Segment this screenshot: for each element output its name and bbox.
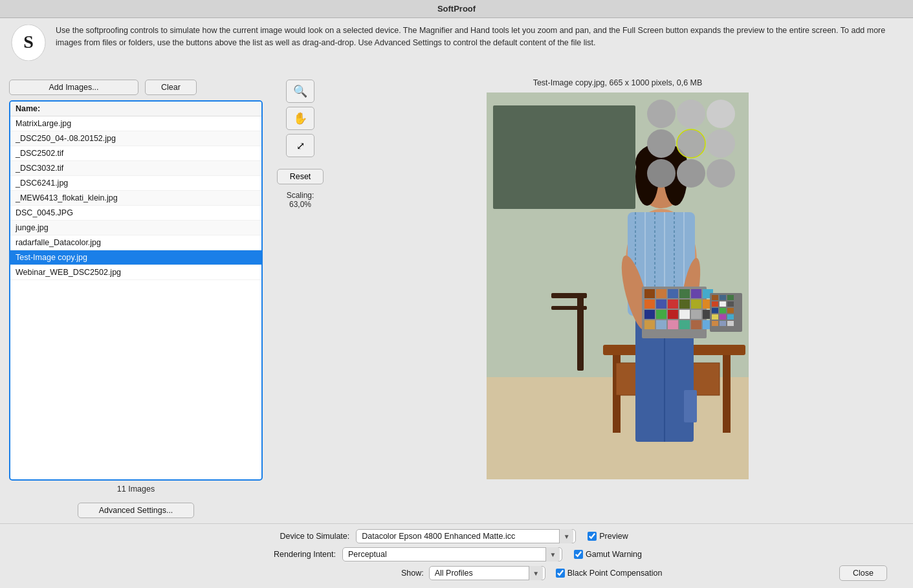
- rendering-label: Rendering Intent:: [258, 550, 336, 559]
- add-images-button[interactable]: Add Images...: [9, 80, 138, 95]
- bottom-bar: Device to Simulate: Datacolor Epson 4800…: [0, 523, 913, 588]
- svg-rect-32: [644, 289, 655, 298]
- black-point-label[interactable]: Black Point Compensation: [567, 569, 663, 578]
- svg-rect-70: [720, 321, 726, 326]
- list-item[interactable]: junge.jpg: [10, 221, 261, 235]
- gamut-checkbox-group: Gamut Warning: [574, 550, 642, 559]
- svg-rect-60: [712, 301, 718, 307]
- app-logo: S: [10, 25, 47, 63]
- svg-point-75: [647, 129, 676, 158]
- svg-rect-61: [720, 301, 726, 307]
- svg-rect-51: [656, 320, 666, 329]
- svg-rect-54: [691, 320, 701, 329]
- advanced-settings-button[interactable]: Advanced Settings...: [78, 503, 194, 518]
- file-list-header: Name:: [10, 102, 261, 116]
- device-select[interactable]: Datacolor Epson 4800 Enhanced Matte.icc: [356, 529, 576, 543]
- list-item[interactable]: _DSC2502.tif: [10, 146, 261, 161]
- svg-point-78: [647, 159, 676, 188]
- header-description: Use the softproofing controls to simulat…: [56, 25, 903, 49]
- content-area: Add Images... Clear Name: MatrixLarge.jp…: [0, 73, 913, 523]
- title-bar: SoftProof: [0, 0, 913, 18]
- svg-rect-62: [727, 301, 734, 307]
- svg-rect-24: [684, 390, 697, 422]
- file-list: MatrixLarge.jpg _DSC250_04-.08.20152.jpg…: [10, 116, 261, 479]
- list-item[interactable]: _MEW6413_flokati_klein.jpg: [10, 191, 261, 206]
- svg-rect-71: [727, 321, 734, 326]
- tool-panel: 🔍 ✋ ⤢ Reset Scaling: 63,0%: [272, 73, 329, 523]
- show-select-wrapper: All Profiles RGB Profiles CMYK Profiles …: [429, 566, 545, 580]
- svg-rect-45: [656, 310, 666, 319]
- preview-panel: Test-Image copy.jpg, 665 x 1000 pixels, …: [329, 73, 913, 523]
- svg-point-77: [707, 129, 735, 158]
- show-select[interactable]: All Profiles RGB Profiles CMYK Profiles: [429, 566, 545, 580]
- svg-rect-48: [691, 310, 701, 319]
- header-info: S Use the softproofing controls to simul…: [0, 18, 913, 73]
- hand-icon: ✋: [293, 111, 307, 125]
- svg-rect-69: [712, 321, 718, 326]
- preview-checkbox-label[interactable]: Preview: [599, 532, 628, 541]
- svg-rect-38: [644, 299, 655, 309]
- svg-rect-40: [668, 299, 678, 309]
- image-info: Test-Image copy.jpg, 665 x 1000 pixels, …: [329, 78, 907, 87]
- reset-button[interactable]: Reset: [277, 169, 324, 184]
- list-item[interactable]: radarfalle_Datacolor.jpg: [10, 235, 261, 250]
- svg-point-76: [677, 129, 705, 158]
- device-label: Device to Simulate:: [272, 532, 349, 541]
- svg-rect-39: [656, 299, 666, 309]
- svg-rect-57: [712, 295, 718, 300]
- svg-rect-13: [551, 306, 587, 310]
- svg-point-73: [677, 100, 705, 128]
- svg-rect-47: [679, 310, 690, 319]
- svg-rect-50: [644, 320, 655, 329]
- black-point-checkbox[interactable]: [556, 569, 565, 578]
- show-row: Show: All Profiles RGB Profiles CMYK Pro…: [401, 566, 662, 580]
- hand-tool-button[interactable]: ✋: [286, 107, 314, 130]
- image-count: 11 Images: [9, 481, 263, 497]
- scaling-value: 63,0%: [287, 200, 314, 209]
- svg-rect-46: [668, 310, 678, 319]
- svg-rect-11: [577, 293, 584, 371]
- list-item[interactable]: Webinar_WEB_DSC2502.jpg: [10, 265, 261, 280]
- list-item[interactable]: DSC_0045.JPG: [10, 206, 261, 221]
- device-select-wrapper: Datacolor Epson 4800 Enhanced Matte.icc …: [356, 529, 576, 543]
- gamut-warning-label[interactable]: Gamut Warning: [586, 550, 642, 559]
- preview-image: [487, 93, 749, 479]
- scaling-label: Scaling:: [287, 191, 314, 200]
- svg-point-80: [707, 159, 735, 188]
- list-item[interactable]: _DSC250_04-.08.20152.jpg: [10, 131, 261, 146]
- svg-rect-42: [691, 299, 701, 309]
- device-row: Device to Simulate: Datacolor Epson 4800…: [0, 529, 900, 543]
- svg-rect-52: [668, 320, 678, 329]
- preview-checkbox[interactable]: [588, 532, 597, 541]
- show-label: Show:: [401, 569, 424, 578]
- file-list-container: Name: MatrixLarge.jpg _DSC250_04-.08.201…: [9, 100, 263, 481]
- svg-rect-44: [644, 310, 655, 319]
- svg-rect-66: [712, 314, 718, 320]
- clear-button[interactable]: Clear: [145, 80, 197, 95]
- svg-rect-8: [723, 355, 731, 433]
- left-panel: Add Images... Clear Name: MatrixLarge.jp…: [0, 73, 272, 523]
- rendering-row: Rendering Intent: Perceptual Relative Co…: [0, 547, 900, 561]
- gamut-warning-checkbox[interactable]: [574, 550, 583, 559]
- list-item[interactable]: _DSC6241.jpg: [10, 176, 261, 191]
- list-item[interactable]: _DSC3032.tif: [10, 161, 261, 176]
- black-point-checkbox-group: Black Point Compensation: [556, 569, 663, 578]
- magnifier-tool-button[interactable]: 🔍: [286, 80, 314, 103]
- svg-rect-33: [656, 289, 666, 298]
- svg-point-74: [707, 100, 735, 128]
- list-item[interactable]: MatrixLarge.jpg: [10, 116, 261, 131]
- rendering-select-wrapper: Perceptual Relative Colorimetric Saturat…: [342, 547, 562, 561]
- scaling-info: Scaling: 63,0%: [287, 191, 314, 209]
- svg-rect-59: [727, 295, 734, 300]
- svg-rect-34: [668, 289, 678, 298]
- svg-rect-5: [493, 105, 635, 209]
- fullscreen-tool-button[interactable]: ⤢: [286, 134, 314, 157]
- rendering-select[interactable]: Perceptual Relative Colorimetric Saturat…: [342, 547, 562, 561]
- image-preview-area: [329, 93, 907, 523]
- buttons-row: Add Images... Clear: [9, 80, 263, 95]
- svg-text:S: S: [23, 32, 34, 52]
- svg-rect-35: [679, 289, 690, 298]
- svg-rect-12: [551, 293, 587, 298]
- list-item-selected[interactable]: Test-Image copy.jpg: [10, 250, 261, 265]
- close-button[interactable]: Close: [839, 565, 887, 581]
